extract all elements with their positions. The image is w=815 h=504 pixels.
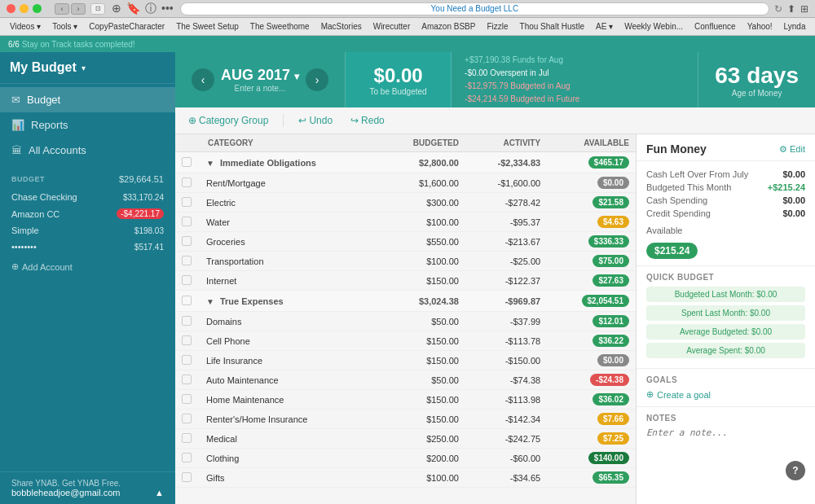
- table-row[interactable]: Water $100.00 -$95.37 $4.63: [175, 213, 636, 232]
- item-budgeted[interactable]: $150.00: [380, 410, 465, 429]
- window-controls[interactable]: [7, 4, 42, 13]
- group-checkbox[interactable]: [182, 157, 192, 167]
- quick-budget-1[interactable]: Spent Last Month: $0.00: [646, 305, 805, 321]
- undo-button[interactable]: ↩ Undo: [293, 112, 337, 129]
- bookmark-fizzle[interactable]: Fizzle: [482, 20, 513, 33]
- close-dot[interactable]: [7, 4, 15, 13]
- sidebar-header[interactable]: My Budget ▾: [0, 52, 175, 84]
- edit-button[interactable]: ⚙ Edit: [779, 144, 805, 155]
- item-checkbox[interactable]: [182, 414, 192, 423]
- notes-input[interactable]: [646, 427, 805, 449]
- item-budgeted[interactable]: $150.00: [380, 331, 465, 351]
- item-budgeted[interactable]: $150.00: [380, 351, 465, 370]
- item-budgeted[interactable]: $100.00: [380, 468, 465, 488]
- group-row-1[interactable]: ▼ True Expenses $3,024.38 -$969.87 $2,05…: [175, 291, 636, 312]
- table-row[interactable]: Transportation $100.00 -$25.00 $75.00: [175, 252, 636, 271]
- bookmark-icon[interactable]: 🔖: [126, 2, 140, 16]
- table-row[interactable]: Groceries $550.00 -$213.67 $336.33: [175, 232, 636, 252]
- more-icon[interactable]: •••: [161, 2, 174, 16]
- item-checkbox[interactable]: [182, 197, 192, 207]
- month-dropdown-icon[interactable]: ▾: [294, 71, 299, 82]
- table-row[interactable]: Internet $150.00 -$122.37 $27.63: [175, 271, 636, 291]
- bookmark-videos[interactable]: Videos ▾: [5, 20, 46, 33]
- item-budgeted[interactable]: $100.00: [380, 252, 465, 271]
- url-bar[interactable]: You Need a Budget LLC: [180, 2, 769, 15]
- group-caret-icon[interactable]: ▼: [206, 159, 214, 168]
- bookmark-sweethome[interactable]: The Sweethome: [245, 20, 315, 33]
- item-budgeted[interactable]: $150.00: [380, 271, 465, 291]
- next-month-button[interactable]: ›: [306, 68, 328, 91]
- item-checkbox[interactable]: [182, 433, 192, 443]
- table-row[interactable]: Home Maintenance $150.00 -$113.98 $36.02: [175, 390, 636, 410]
- table-row[interactable]: Auto Maintenance $50.00 -$74.38 -$24.38: [175, 370, 636, 390]
- footer-arrow-icon[interactable]: ▲: [155, 488, 164, 497]
- bookmark-lynda[interactable]: Lynda: [779, 20, 811, 33]
- bookmark-amazon[interactable]: Amazon BSBP: [416, 20, 480, 33]
- table-row[interactable]: Life Insurance $150.00 -$150.00 $0.00: [175, 351, 636, 370]
- item-checkbox[interactable]: [182, 177, 192, 187]
- maximize-dot[interactable]: [33, 4, 42, 13]
- item-checkbox[interactable]: [182, 236, 192, 246]
- table-row[interactable]: Electric $300.00 -$278.42 $21.58: [175, 193, 636, 213]
- new-window-icon[interactable]: ⊞: [800, 3, 808, 15]
- notification-link[interactable]: Stay on Track tasks completed!: [22, 40, 135, 49]
- item-checkbox[interactable]: [182, 472, 192, 482]
- item-budgeted[interactable]: $150.00: [380, 390, 465, 410]
- table-row[interactable]: Medical $250.00 -$242.75 $7.25: [175, 429, 636, 449]
- bookmark-copypaste[interactable]: CopyPasteCharacter: [84, 20, 170, 33]
- group-caret-icon[interactable]: ▼: [206, 297, 214, 306]
- table-row[interactable]: Gifts $100.00 -$34.65 $65.35: [175, 468, 636, 488]
- table-row[interactable]: Renter's/Home Insurance $150.00 -$142.34…: [175, 410, 636, 429]
- sidebar-account-hidden[interactable]: •••••••• $517.41: [0, 239, 175, 255]
- group-row-0[interactable]: ▼ Immediate Obligations $2,800.00 -$2,33…: [175, 152, 636, 173]
- sidebar-account-chase[interactable]: Chase Checking $33,170.24: [0, 189, 175, 205]
- redo-button[interactable]: ↪ Redo: [346, 112, 390, 129]
- item-budgeted[interactable]: $550.00: [380, 232, 465, 252]
- item-budgeted[interactable]: $200.00: [380, 449, 465, 468]
- prev-month-button[interactable]: ‹: [192, 68, 214, 91]
- item-budgeted[interactable]: $250.00: [380, 429, 465, 449]
- table-row[interactable]: Rent/Mortgage $1,600.00 -$1,600.00 $0.00: [175, 173, 636, 193]
- bookmark-ae[interactable]: AE ▾: [591, 20, 618, 33]
- bookmark-macstories[interactable]: MacStories: [316, 20, 367, 33]
- help-button[interactable]: ?: [786, 461, 805, 480]
- month-note[interactable]: Enter a note...: [221, 84, 299, 93]
- item-checkbox[interactable]: [182, 275, 192, 285]
- table-row[interactable]: Clothing $200.00 -$60.00 $140.00: [175, 449, 636, 468]
- item-budgeted[interactable]: $50.00: [380, 312, 465, 331]
- refresh-button[interactable]: ↻: [774, 3, 782, 15]
- item-checkbox[interactable]: [182, 394, 192, 404]
- item-checkbox[interactable]: [182, 256, 192, 265]
- item-budgeted[interactable]: $300.00: [380, 193, 465, 213]
- item-checkbox[interactable]: [182, 375, 192, 384]
- category-group-button[interactable]: ⊕ Category Group: [183, 112, 273, 129]
- group-checkbox[interactable]: [182, 296, 192, 305]
- create-goal-button[interactable]: ⊕ Create a goal: [646, 389, 805, 400]
- sidebar-account-amazon[interactable]: Amazon CC -$4,221.17: [0, 205, 175, 222]
- item-checkbox[interactable]: [182, 316, 192, 326]
- bookmark-hustle[interactable]: Thou Shalt Hustle: [515, 20, 590, 33]
- table-row[interactable]: Domains $50.00 -$37.99 $12.01: [175, 312, 636, 331]
- bookmark-yahoo[interactable]: Yahoo!: [742, 20, 778, 33]
- sidebar-item-all-accounts[interactable]: 🏛 All Accounts: [0, 138, 175, 163]
- item-budgeted[interactable]: $1,600.00: [380, 173, 465, 193]
- table-row[interactable]: Cell Phone $150.00 -$113.78 $36.22: [175, 331, 636, 351]
- share-icon[interactable]: ⊕: [112, 2, 121, 16]
- sidebar-account-simple[interactable]: Simple $198.03: [0, 222, 175, 239]
- quick-budget-2[interactable]: Average Budgeted: $0.00: [646, 324, 805, 340]
- share-action-icon[interactable]: ⬆: [787, 3, 795, 15]
- budget-title[interactable]: My Budget: [10, 60, 77, 75]
- item-checkbox[interactable]: [182, 217, 192, 226]
- add-account-button[interactable]: ⊕ Add Account: [0, 255, 175, 278]
- sidebar-item-budget[interactable]: ✉ Budget: [0, 87, 175, 112]
- bookmark-weekly[interactable]: Weekly Webin...: [619, 20, 688, 33]
- forward-button[interactable]: ›: [71, 3, 86, 15]
- quick-budget-0[interactable]: Budgeted Last Month: $0.00: [646, 287, 805, 302]
- quick-budget-3[interactable]: Average Spent: $0.00: [646, 343, 805, 358]
- item-budgeted[interactable]: $100.00: [380, 213, 465, 232]
- bookmark-wirecutter[interactable]: Wirecutter: [368, 20, 416, 33]
- minimize-dot[interactable]: [20, 4, 29, 13]
- bookmark-tools[interactable]: Tools ▾: [47, 20, 82, 33]
- item-checkbox[interactable]: [182, 355, 192, 365]
- bookmark-sweet-setup[interactable]: The Sweet Setup: [171, 20, 244, 33]
